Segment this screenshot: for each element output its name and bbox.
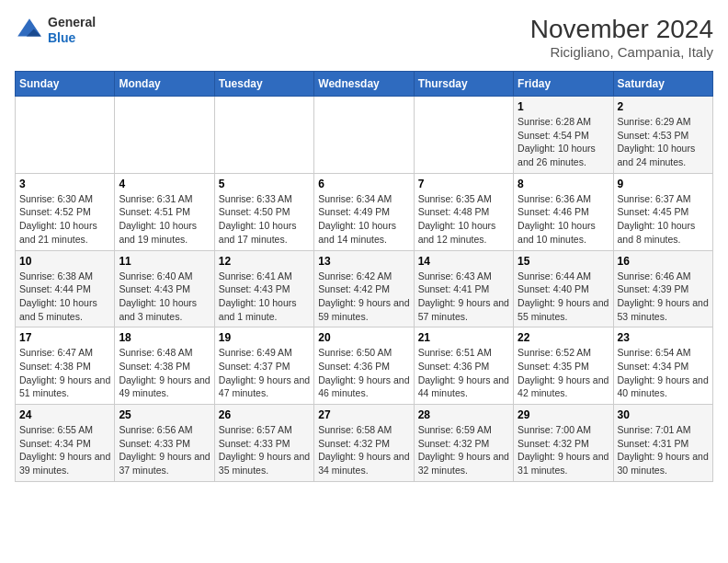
calendar-week-0: 1Sunrise: 6:28 AM Sunset: 4:54 PM Daylig…: [16, 97, 713, 174]
weekday-header-row: SundayMondayTuesdayWednesdayThursdayFrid…: [16, 72, 713, 97]
day-info: Sunrise: 6:42 AM Sunset: 4:42 PM Dayligh…: [318, 270, 409, 324]
day-number: 4: [119, 178, 210, 190]
day-info: Sunrise: 6:38 AM Sunset: 4:44 PM Dayligh…: [19, 270, 110, 324]
day-number: 2: [618, 100, 709, 113]
day-number: 16: [618, 255, 709, 268]
calendar-cell: 22Sunrise: 6:52 AM Sunset: 4:35 PM Dayli…: [514, 327, 613, 405]
day-number: 30: [618, 408, 709, 421]
calendar-cell: 30Sunrise: 7:01 AM Sunset: 4:31 PM Dayli…: [613, 405, 712, 482]
day-info: Sunrise: 6:43 AM Sunset: 4:41 PM Dayligh…: [418, 270, 509, 324]
day-info: Sunrise: 7:00 AM Sunset: 4:32 PM Dayligh…: [518, 423, 609, 477]
day-number: 15: [518, 255, 609, 268]
logo-text: General Blue: [48, 15, 96, 46]
weekday-header-sunday: Sunday: [16, 72, 115, 97]
day-number: 26: [219, 408, 310, 421]
day-info: Sunrise: 6:46 AM Sunset: 4:39 PM Dayligh…: [618, 270, 709, 324]
calendar-cell: 14Sunrise: 6:43 AM Sunset: 4:41 PM Dayli…: [414, 250, 513, 327]
calendar-cell: 25Sunrise: 6:56 AM Sunset: 4:33 PM Dayli…: [115, 405, 214, 482]
calendar-cell: 27Sunrise: 6:58 AM Sunset: 4:32 PM Dayli…: [314, 405, 414, 482]
day-number: 14: [418, 255, 509, 268]
day-info: Sunrise: 6:41 AM Sunset: 4:43 PM Dayligh…: [219, 270, 310, 324]
calendar-cell: 11Sunrise: 6:40 AM Sunset: 4:43 PM Dayli…: [115, 250, 214, 327]
page-title: November 2024: [530, 15, 713, 44]
calendar-cell: 28Sunrise: 6:59 AM Sunset: 4:32 PM Dayli…: [414, 405, 513, 482]
calendar-cell: 16Sunrise: 6:46 AM Sunset: 4:39 PM Dayli…: [613, 250, 712, 327]
day-number: 23: [618, 331, 709, 344]
calendar-cell: 4Sunrise: 6:31 AM Sunset: 4:51 PM Daylig…: [115, 173, 214, 250]
day-info: Sunrise: 7:01 AM Sunset: 4:31 PM Dayligh…: [618, 423, 709, 477]
day-number: 17: [19, 331, 110, 344]
day-number: 21: [418, 331, 509, 344]
day-number: 9: [618, 178, 709, 190]
day-info: Sunrise: 6:31 AM Sunset: 4:51 PM Dayligh…: [119, 192, 210, 247]
calendar-cell: 29Sunrise: 7:00 AM Sunset: 4:32 PM Dayli…: [514, 405, 613, 482]
day-info: Sunrise: 6:28 AM Sunset: 4:54 PM Dayligh…: [518, 115, 609, 169]
day-number: 24: [19, 408, 110, 421]
calendar-cell: 15Sunrise: 6:44 AM Sunset: 4:40 PM Dayli…: [514, 250, 613, 327]
calendar-cell: 10Sunrise: 6:38 AM Sunset: 4:44 PM Dayli…: [16, 250, 115, 327]
calendar-cell: 26Sunrise: 6:57 AM Sunset: 4:33 PM Dayli…: [214, 405, 313, 482]
day-info: Sunrise: 6:59 AM Sunset: 4:32 PM Dayligh…: [418, 423, 509, 477]
calendar-cell: 1Sunrise: 6:28 AM Sunset: 4:54 PM Daylig…: [514, 97, 613, 174]
day-info: Sunrise: 6:58 AM Sunset: 4:32 PM Dayligh…: [318, 423, 409, 477]
day-info: Sunrise: 6:49 AM Sunset: 4:37 PM Dayligh…: [219, 346, 310, 400]
day-number: 10: [19, 255, 110, 268]
day-info: Sunrise: 6:56 AM Sunset: 4:33 PM Dayligh…: [119, 423, 210, 477]
day-info: Sunrise: 6:47 AM Sunset: 4:38 PM Dayligh…: [19, 346, 110, 400]
calendar-cell: 5Sunrise: 6:33 AM Sunset: 4:50 PM Daylig…: [214, 173, 313, 250]
day-info: Sunrise: 6:48 AM Sunset: 4:38 PM Dayligh…: [119, 346, 210, 400]
calendar-cell: 21Sunrise: 6:51 AM Sunset: 4:36 PM Dayli…: [414, 327, 513, 405]
calendar-cell: 9Sunrise: 6:37 AM Sunset: 4:45 PM Daylig…: [613, 173, 712, 250]
day-info: Sunrise: 6:50 AM Sunset: 4:36 PM Dayligh…: [318, 346, 409, 400]
day-number: 11: [119, 255, 210, 268]
day-info: Sunrise: 6:44 AM Sunset: 4:40 PM Dayligh…: [518, 270, 609, 324]
weekday-header-tuesday: Tuesday: [214, 72, 313, 97]
day-number: 20: [318, 331, 409, 344]
day-number: 1: [518, 100, 609, 113]
calendar-cell: [115, 97, 214, 174]
calendar-week-4: 24Sunrise: 6:55 AM Sunset: 4:34 PM Dayli…: [16, 405, 713, 482]
day-info: Sunrise: 6:37 AM Sunset: 4:45 PM Dayligh…: [618, 192, 709, 247]
calendar-cell: [414, 97, 513, 174]
day-number: 8: [518, 178, 609, 190]
day-info: Sunrise: 6:57 AM Sunset: 4:33 PM Dayligh…: [219, 423, 310, 477]
day-info: Sunrise: 6:54 AM Sunset: 4:34 PM Dayligh…: [618, 346, 709, 400]
calendar-cell: [214, 97, 313, 174]
weekday-header-wednesday: Wednesday: [314, 72, 414, 97]
calendar-header: SundayMondayTuesdayWednesdayThursdayFrid…: [16, 72, 713, 97]
day-number: 22: [518, 331, 609, 344]
calendar-table: SundayMondayTuesdayWednesdayThursdayFrid…: [15, 71, 713, 482]
calendar-cell: 24Sunrise: 6:55 AM Sunset: 4:34 PM Dayli…: [16, 405, 115, 482]
day-info: Sunrise: 6:52 AM Sunset: 4:35 PM Dayligh…: [518, 346, 609, 400]
calendar-body: 1Sunrise: 6:28 AM Sunset: 4:54 PM Daylig…: [16, 97, 713, 482]
calendar-cell: 19Sunrise: 6:49 AM Sunset: 4:37 PM Dayli…: [214, 327, 313, 405]
day-number: 19: [219, 331, 310, 344]
calendar-cell: 3Sunrise: 6:30 AM Sunset: 4:52 PM Daylig…: [16, 173, 115, 250]
title-block: November 2024 Ricigliano, Campania, Ital…: [530, 15, 713, 60]
logo: General Blue: [15, 15, 96, 46]
day-info: Sunrise: 6:29 AM Sunset: 4:53 PM Dayligh…: [618, 115, 709, 169]
calendar-cell: 13Sunrise: 6:42 AM Sunset: 4:42 PM Dayli…: [314, 250, 414, 327]
day-info: Sunrise: 6:33 AM Sunset: 4:50 PM Dayligh…: [219, 192, 310, 247]
day-info: Sunrise: 6:51 AM Sunset: 4:36 PM Dayligh…: [418, 346, 509, 400]
day-info: Sunrise: 6:55 AM Sunset: 4:34 PM Dayligh…: [19, 423, 110, 477]
calendar-cell: 7Sunrise: 6:35 AM Sunset: 4:48 PM Daylig…: [414, 173, 513, 250]
day-info: Sunrise: 6:36 AM Sunset: 4:46 PM Dayligh…: [518, 192, 609, 247]
calendar-cell: 17Sunrise: 6:47 AM Sunset: 4:38 PM Dayli…: [16, 327, 115, 405]
weekday-header-friday: Friday: [514, 72, 613, 97]
calendar-cell: 12Sunrise: 6:41 AM Sunset: 4:43 PM Dayli…: [214, 250, 313, 327]
page-subtitle: Ricigliano, Campania, Italy: [530, 44, 713, 60]
calendar-cell: 18Sunrise: 6:48 AM Sunset: 4:38 PM Dayli…: [115, 327, 214, 405]
calendar-week-3: 17Sunrise: 6:47 AM Sunset: 4:38 PM Dayli…: [16, 327, 713, 405]
day-number: 7: [418, 178, 509, 190]
logo-icon: [15, 16, 44, 45]
day-number: 29: [518, 408, 609, 421]
calendar-cell: 20Sunrise: 6:50 AM Sunset: 4:36 PM Dayli…: [314, 327, 414, 405]
calendar-week-2: 10Sunrise: 6:38 AM Sunset: 4:44 PM Dayli…: [16, 250, 713, 327]
calendar-cell: 23Sunrise: 6:54 AM Sunset: 4:34 PM Dayli…: [613, 327, 712, 405]
calendar-week-1: 3Sunrise: 6:30 AM Sunset: 4:52 PM Daylig…: [16, 173, 713, 250]
day-number: 27: [318, 408, 409, 421]
day-info: Sunrise: 6:40 AM Sunset: 4:43 PM Dayligh…: [119, 270, 210, 324]
day-number: 13: [318, 255, 409, 268]
weekday-header-thursday: Thursday: [414, 72, 513, 97]
